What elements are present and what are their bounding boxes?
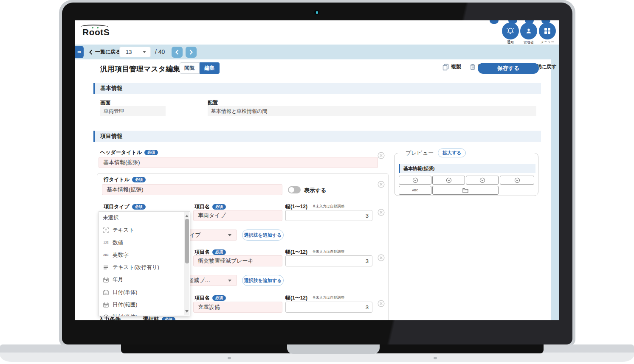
remove-header-button[interactable] bbox=[378, 152, 385, 159]
option-label: テキスト(改行有り) bbox=[113, 264, 159, 271]
item-type-label-text: 項目タイプ bbox=[104, 203, 130, 210]
field-placement-value: 基本情報と車検情報の間 bbox=[208, 106, 536, 116]
item-width-input[interactable]: 3 bbox=[285, 255, 372, 266]
remove-item-button[interactable] bbox=[378, 209, 385, 216]
page-number-value: 13 bbox=[126, 49, 132, 55]
abc-icon: ABC bbox=[103, 252, 109, 258]
tab-edit[interactable]: 編集 bbox=[200, 62, 220, 74]
peek-circle bbox=[490, 20, 499, 24]
bell-icon bbox=[506, 27, 515, 35]
tab-view[interactable]: 閲覧 bbox=[180, 62, 200, 74]
row-title-label: 行タイトル 必須 bbox=[104, 176, 146, 183]
display-toggle-label: 表示する bbox=[304, 187, 327, 194]
duplicate-button[interactable]: 複製 bbox=[442, 63, 461, 70]
required-badge: 必須 bbox=[132, 204, 146, 210]
sidebar-expand-tab[interactable]: ⇒ bbox=[75, 46, 84, 58]
webcam-light bbox=[316, 11, 318, 14]
preview-select-box bbox=[466, 176, 499, 185]
width-label: 幅(1〜12) ※未入力は自動調整 bbox=[285, 203, 344, 210]
preview-abc-box: ABC bbox=[399, 186, 431, 195]
chevron-down-icon bbox=[228, 280, 231, 282]
option-label: 未選択 bbox=[103, 214, 119, 221]
option-label: 日付(単体) bbox=[113, 289, 137, 296]
remove-item-button[interactable] bbox=[378, 254, 385, 261]
remove-row-button[interactable] bbox=[378, 181, 385, 188]
duplicate-label: 複製 bbox=[451, 63, 461, 70]
item-name-input[interactable]: 充電設備 bbox=[193, 302, 282, 313]
chevron-down-icon bbox=[228, 234, 231, 236]
item-name-label: 項目名 必須 bbox=[194, 203, 226, 210]
header-title-input[interactable]: 基本情報(拡張) bbox=[99, 157, 378, 168]
page-number-select[interactable]: 13 bbox=[119, 47, 151, 57]
base-screw bbox=[228, 357, 231, 359]
menu-button[interactable] bbox=[539, 22, 556, 39]
item-name-input[interactable]: 車両タイプ bbox=[193, 210, 282, 221]
expand-preview-button[interactable]: 拡大する bbox=[438, 148, 466, 157]
width-note: ※未入力は自動調整 bbox=[313, 204, 344, 209]
header-title-label-text: ヘッダータイトル bbox=[100, 149, 142, 156]
item-width-input[interactable]: 3 bbox=[285, 210, 372, 221]
item-width-input[interactable]: 3 bbox=[285, 302, 372, 313]
app-screen: RootS 通知 bbox=[75, 20, 559, 320]
item-name-label: 項目名 必須 bbox=[194, 294, 226, 302]
dropdown-option-date-single[interactable]: 日付(単体) bbox=[99, 286, 190, 299]
folder-icon bbox=[462, 188, 468, 193]
row-title-input[interactable]: 基本情報(拡張) bbox=[102, 184, 282, 195]
laptop-notch bbox=[287, 344, 380, 354]
display-toggle[interactable] bbox=[288, 186, 301, 193]
width-note: ※未入力は自動調整 bbox=[313, 295, 344, 300]
required-badge: 必須 bbox=[212, 295, 226, 301]
dropdown-option-date-range[interactable]: 日付(範囲) bbox=[99, 299, 190, 311]
text-icon bbox=[103, 227, 109, 233]
scroll-down-icon[interactable] bbox=[185, 310, 189, 313]
scroll-up-icon[interactable] bbox=[185, 215, 189, 217]
dropdown-option-number[interactable]: 123 数値 bbox=[99, 237, 190, 249]
dropdown-scroll-thumb[interactable] bbox=[185, 219, 189, 263]
remove-item-button[interactable] bbox=[378, 300, 385, 307]
preview-section-header: 基本情報(拡張) bbox=[399, 164, 535, 173]
chevron-right-icon bbox=[189, 50, 193, 55]
option-label: 日付(範囲) bbox=[113, 301, 137, 308]
width-note: ※未入力は自動調整 bbox=[313, 249, 344, 255]
dropdown-option-unselected[interactable]: 未選択 bbox=[99, 212, 190, 224]
chevron-circle-icon bbox=[479, 177, 485, 183]
item-name-label-text: 項目名 bbox=[194, 294, 210, 302]
next-record-button[interactable] bbox=[186, 47, 197, 58]
item-name-label-text: 項目名 bbox=[194, 249, 210, 256]
add-option-button[interactable]: 選択肢を追加する bbox=[242, 275, 284, 286]
page-title: 汎用項目管理マスタ編集 bbox=[100, 64, 180, 74]
account-button[interactable] bbox=[520, 22, 537, 39]
chevron-circle-icon bbox=[412, 177, 418, 183]
divider bbox=[99, 77, 541, 77]
item-name-input[interactable]: 衝突被害軽減ブレーキ bbox=[193, 255, 282, 266]
prev-record-button[interactable] bbox=[172, 47, 183, 58]
required-badge: 必須 bbox=[212, 249, 226, 255]
dropdown-option-time-single[interactable]: 時刻(単体) bbox=[99, 311, 190, 316]
width-label-text: 幅(1〜12) bbox=[285, 294, 307, 302]
option-label: 時刻(単体) bbox=[113, 314, 137, 316]
required-badge: 必須 bbox=[144, 150, 158, 155]
add-option-button[interactable]: 選択肢を追加する bbox=[242, 230, 284, 241]
item-type-dropdown: 未選択 テキスト 123 数値 ABC 英数字 bbox=[99, 211, 190, 316]
calendar-icon bbox=[103, 302, 109, 308]
back-to-list-link[interactable]: 一覧に戻る bbox=[89, 48, 121, 56]
notifications-button[interactable] bbox=[502, 22, 519, 39]
save-button[interactable]: 保存する bbox=[478, 63, 539, 74]
option-label: 英数字 bbox=[113, 252, 129, 259]
app-logo: RootS bbox=[82, 27, 110, 37]
required-badge: 必須 bbox=[132, 177, 146, 182]
chevron-down-icon bbox=[143, 51, 146, 53]
option-label: テキスト bbox=[113, 227, 134, 234]
preview-select-box bbox=[432, 176, 465, 185]
row-title-label-text: 行タイトル bbox=[104, 176, 130, 183]
dropdown-option-multiline-text[interactable]: テキスト(改行有り) bbox=[99, 261, 190, 274]
dropdown-option-alphanumeric[interactable]: ABC 英数字 bbox=[99, 249, 190, 261]
dropdown-option-year-month[interactable]: 年月 bbox=[99, 274, 190, 286]
width-label-text: 幅(1〜12) bbox=[285, 203, 307, 210]
choices-label: 選択肢 必須 bbox=[143, 316, 175, 320]
field-screen-value: 車両管理 bbox=[100, 106, 166, 116]
dropdown-option-text[interactable]: テキスト bbox=[99, 224, 190, 236]
preview-panel: プレビュー 拡大する 基本情報(拡張) ABC bbox=[394, 148, 538, 196]
required-badge: 必須 bbox=[162, 317, 175, 321]
calendar-month-icon bbox=[103, 277, 109, 283]
